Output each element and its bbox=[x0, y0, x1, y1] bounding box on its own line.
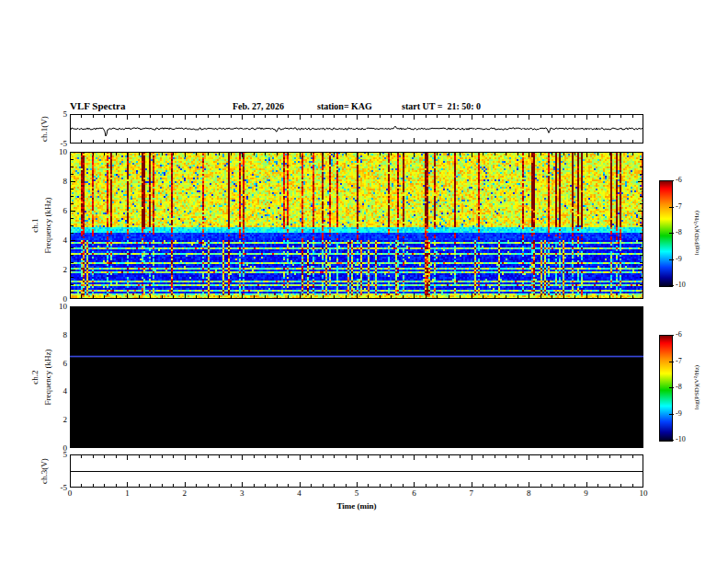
ch1-waveform-canvas bbox=[70, 114, 643, 144]
colorbar-tick-mark bbox=[669, 414, 674, 415]
colorbar-ch1 bbox=[659, 180, 673, 287]
station-label: station= KAG bbox=[317, 101, 372, 111]
ch2-channel-label: ch.2 bbox=[30, 370, 40, 384]
date-label: Feb. 27, 2026 bbox=[233, 101, 284, 111]
ch1-voltage-axis-label: ch.1(V) bbox=[40, 116, 49, 142]
x-tick-label: 9 bbox=[584, 488, 588, 498]
y-tick-label: 4 bbox=[37, 236, 67, 245]
figure-title: VLF Spectra bbox=[70, 100, 125, 111]
ch3-voltage-axis-label: ch.3(V) bbox=[40, 458, 49, 484]
y-tick-label: 4 bbox=[37, 386, 67, 396]
colorbar-tick-label: -7 bbox=[676, 202, 682, 211]
colorbar-tick-mark bbox=[669, 207, 674, 208]
colorbar-tick-label: -7 bbox=[676, 357, 682, 365]
ch1-spectrogram-canvas bbox=[70, 152, 643, 299]
colorbar-tick-mark bbox=[669, 387, 674, 388]
ch3-waveform-canvas bbox=[70, 454, 643, 488]
x-tick-label: 8 bbox=[527, 488, 531, 498]
x-tick-label: 4 bbox=[297, 488, 301, 498]
colorbar-tick-mark bbox=[669, 259, 674, 260]
colorbar-tick-mark bbox=[669, 362, 674, 362]
colorbar-tick-label: -8 bbox=[676, 228, 682, 236]
start-time-label: start UT = 21: 50: 0 bbox=[402, 101, 481, 111]
y-tick-label: 0 bbox=[37, 443, 67, 453]
y-tick-label: 6 bbox=[37, 206, 67, 215]
x-tick-label: 6 bbox=[412, 488, 416, 498]
colorbar-tick-label: -9 bbox=[676, 255, 682, 263]
y-tick-label: 5 bbox=[37, 109, 67, 119]
colorbar-tick-mark bbox=[669, 335, 674, 336]
x-tick-label: 5 bbox=[355, 488, 359, 498]
colorbar-tick-label: -6 bbox=[676, 176, 682, 184]
x-tick-label: 3 bbox=[240, 488, 245, 498]
colorbar-ch2 bbox=[659, 335, 673, 442]
y-tick-label: 2 bbox=[37, 415, 67, 424]
x-axis-label: Time (min) bbox=[336, 501, 376, 511]
y-tick-label: -5 bbox=[37, 483, 67, 492]
colorbar-tick-label: -9 bbox=[676, 409, 682, 418]
colorbar-tick-mark bbox=[669, 233, 674, 234]
x-tick-label: 2 bbox=[183, 488, 188, 498]
colorbar-tick-label: -6 bbox=[676, 330, 682, 339]
vlf-spectra-figure: VLF Spectra Feb. 27, 2026 station= KAG s… bbox=[0, 0, 728, 563]
colorbar-tick-mark bbox=[669, 440, 674, 441]
y-tick-label: 10 bbox=[37, 147, 67, 156]
ch1-channel-label: ch.1 bbox=[30, 218, 40, 232]
colorbar2-axis-label: log(PSD)(V²/Hz) bbox=[693, 365, 700, 409]
y-tick-label: 6 bbox=[37, 359, 67, 368]
colorbar-tick-mark bbox=[669, 180, 674, 181]
x-tick-label: 7 bbox=[470, 488, 474, 498]
x-tick-label: 10 bbox=[640, 488, 648, 498]
colorbar-tick-mark bbox=[669, 285, 674, 286]
ch2-frequency-axis-label: Frequency (kHz) bbox=[43, 349, 52, 405]
colorbar-tick-label: -8 bbox=[676, 383, 682, 391]
y-tick-label: 10 bbox=[37, 302, 67, 311]
colorbar1-axis-label: log(PSD)(V²/Hz) bbox=[693, 211, 700, 255]
y-tick-label: 8 bbox=[37, 177, 67, 186]
colorbar-tick-label: -10 bbox=[676, 281, 686, 289]
colorbar-tick-label: -10 bbox=[676, 435, 686, 443]
y-tick-label: 8 bbox=[37, 330, 67, 339]
y-tick-label: 2 bbox=[37, 265, 67, 274]
ch2-spectrogram-canvas bbox=[70, 306, 643, 448]
x-tick-label: 0 bbox=[68, 488, 73, 498]
x-tick-label: 1 bbox=[125, 488, 130, 498]
